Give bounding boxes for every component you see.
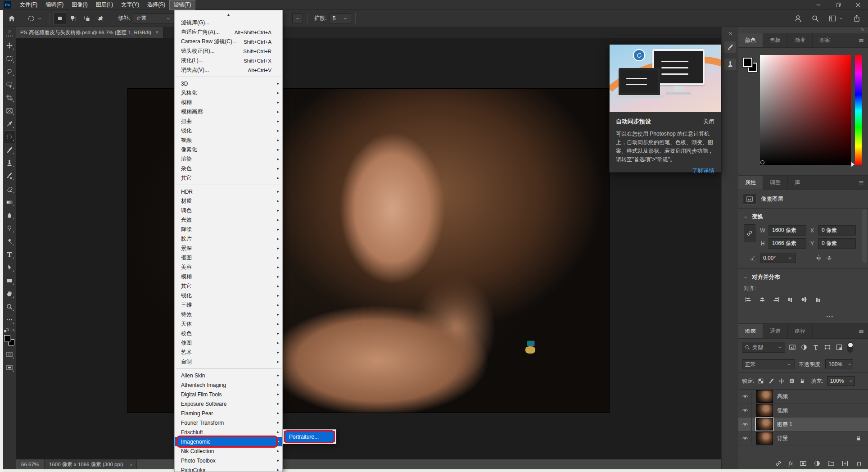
filter-menu-item[interactable]: 视频▸: [175, 136, 282, 145]
link-dimensions-toggle[interactable]: [744, 224, 755, 242]
menu-scroll-up-icon[interactable]: ▲: [175, 11, 282, 18]
menubar-item[interactable]: 滤镜(T): [169, 0, 195, 10]
screen-mode-button[interactable]: [4, 361, 15, 374]
layer-visibility-toggle[interactable]: [738, 404, 752, 417]
popup-close-button[interactable]: 关闭: [703, 118, 714, 126]
layer-name[interactable]: 背景: [777, 435, 788, 442]
restore-button[interactable]: [828, 0, 848, 10]
filter-menu-item[interactable]: Exposure Software▸: [175, 399, 282, 408]
lock-transparent-icon[interactable]: [758, 378, 764, 384]
transform-section-header[interactable]: 变换: [738, 209, 868, 222]
pen-tool[interactable]: [4, 235, 15, 248]
layer-thumbnail[interactable]: [756, 404, 773, 416]
collapsed-panel-button[interactable]: [724, 59, 736, 70]
expand-panels-icon[interactable]: [728, 31, 733, 36]
eraser-tool[interactable]: [4, 182, 15, 195]
patch-mode-select[interactable]: 正常: [133, 14, 174, 23]
layer-visibility-toggle[interactable]: [738, 431, 752, 445]
flip-horizontal-icon[interactable]: [815, 254, 822, 262]
spread-select[interactable]: 5: [330, 14, 351, 23]
panel-menu-icon[interactable]: [858, 328, 864, 335]
layer-thumbnail[interactable]: [756, 390, 773, 402]
layer-thumbnail[interactable]: [756, 432, 773, 444]
collapsed-panel-button[interactable]: [724, 41, 736, 53]
submenu-item-portraiture[interactable]: Portraiture...: [284, 431, 335, 442]
document-tab[interactable]: PS-高低频磨皮与头发精修.psd @ 66.7% (图层 1, RGB/8) …: [16, 27, 163, 38]
lock-artboard-icon[interactable]: [789, 378, 795, 384]
saturation-brightness-picker[interactable]: [760, 55, 851, 165]
share-icon[interactable]: [853, 14, 861, 23]
ellipsis-tool[interactable]: [4, 313, 15, 326]
plus-square-icon[interactable]: [841, 460, 849, 467]
dodge-tool[interactable]: [4, 222, 15, 235]
opacity-select[interactable]: 100%: [825, 359, 853, 369]
document-info[interactable]: 1600 像素 x 1066 像素 (300 ppi) ›: [44, 459, 137, 469]
layer-row[interactable]: 低频: [738, 404, 868, 418]
filter-menu-item[interactable]: 模糊▸: [175, 98, 282, 107]
adjustment-filter-icon[interactable]: [814, 460, 821, 467]
layer-row[interactable]: 图层 1: [738, 418, 868, 431]
filter-menu-item[interactable]: 自制▸: [175, 357, 282, 367]
marquee-tool[interactable]: [4, 52, 15, 65]
filter-menu-item[interactable]: 天体▸: [175, 319, 282, 329]
filter-menu-item[interactable]: 3D▸: [175, 79, 282, 88]
filter-menu-item[interactable]: 美容▸: [175, 263, 282, 272]
blur-tool[interactable]: [4, 209, 15, 222]
flip-vertical-icon[interactable]: [826, 254, 833, 262]
filter-menu-item[interactable]: 渲染▸: [175, 154, 282, 164]
tab-layers[interactable]: 图层: [738, 324, 763, 338]
object-select-tool[interactable]: [4, 78, 15, 91]
color-swatches[interactable]: [743, 58, 762, 77]
home-icon[interactable]: [8, 14, 16, 23]
rectangle-tool[interactable]: [4, 274, 15, 287]
filter-menu-item[interactable]: Camera Raw 滤镜(C)...Shift+Ctrl+A: [175, 37, 282, 46]
learn-more-link[interactable]: 了解详情: [616, 167, 714, 175]
tab-gradients[interactable]: 渐变: [788, 33, 813, 47]
filter-menu-item[interactable]: Flaming Pear▸: [175, 408, 282, 418]
filter-menu-item[interactable]: 艺术▸: [175, 348, 282, 357]
type-filter-icon[interactable]: [812, 344, 819, 351]
align-top-icon[interactable]: [787, 296, 794, 303]
filter-menu-item[interactable]: 材质▸: [175, 196, 282, 206]
align-center-h-icon[interactable]: [759, 296, 766, 303]
smart-filter-icon[interactable]: [836, 344, 843, 351]
filter-menu-item[interactable]: 模糊画廊▸: [175, 107, 282, 117]
brush-tool[interactable]: [4, 143, 15, 156]
panel-menu-icon[interactable]: [858, 180, 864, 186]
tab-libraries[interactable]: 库: [788, 176, 807, 190]
brush-icon[interactable]: [768, 378, 774, 384]
filter-menu-item[interactable]: 消失点(V)...Alt+Ctrl+V: [175, 65, 282, 75]
layer-name[interactable]: 图层 1: [777, 421, 792, 428]
menubar-item[interactable]: 编辑(E): [41, 0, 68, 10]
eyedropper-tool[interactable]: [4, 117, 15, 130]
type-tool[interactable]: [4, 248, 15, 261]
foreground-swatch[interactable]: [743, 58, 752, 67]
hue-marker[interactable]: [851, 162, 854, 167]
workspace-switcher[interactable]: [828, 14, 844, 23]
foreground-background-swatches[interactable]: [4, 335, 15, 348]
layer-name[interactable]: 低频: [777, 407, 788, 414]
filter-menu-item[interactable]: 光效▸: [175, 215, 282, 225]
filter-menu-item[interactable]: 自适应广角(A)...Alt+Shift+Ctrl+A: [175, 27, 282, 37]
hue-slider[interactable]: [855, 55, 862, 165]
filter-menu-item[interactable]: 调色▸: [175, 206, 282, 215]
mask-icon[interactable]: [800, 460, 807, 467]
path-select-tool[interactable]: [4, 261, 15, 274]
width-input[interactable]: 1600 像素: [769, 225, 806, 236]
intersect-selection-button[interactable]: [94, 13, 107, 24]
tab-paths[interactable]: 路径: [788, 324, 813, 338]
lock-icon[interactable]: [799, 378, 805, 384]
panel-menu-icon[interactable]: [858, 37, 864, 44]
layer-filter-toggle[interactable]: [847, 342, 853, 353]
quick-mask-button[interactable]: [4, 348, 15, 361]
hand-tool[interactable]: [4, 287, 15, 300]
tab-color[interactable]: 颜色: [738, 33, 763, 47]
folder-icon[interactable]: [827, 460, 835, 467]
filter-menu-item[interactable]: 三维▸: [175, 300, 282, 310]
layer-effects-button[interactable]: fx: [789, 460, 793, 467]
filter-menu-item[interactable]: 滤镜库(G)...: [175, 18, 282, 27]
filter-menu-item[interactable]: Photo-Toolbox▸: [175, 456, 282, 465]
filter-menu-item[interactable]: HDR▸: [175, 187, 282, 196]
tab-close-icon[interactable]: ×: [155, 29, 158, 36]
add-selection-button[interactable]: [67, 13, 80, 24]
